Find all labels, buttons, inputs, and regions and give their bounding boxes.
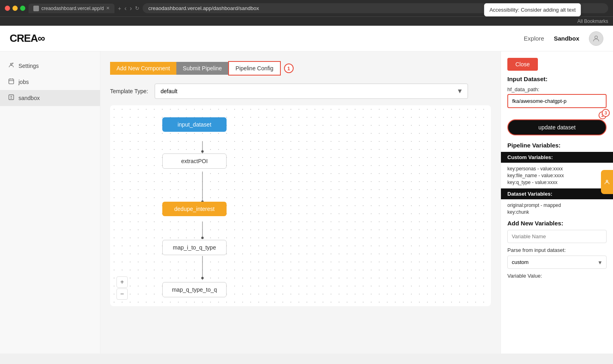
- bookmarks-bar: All Bookmarks: [0, 16, 613, 26]
- avatar[interactable]: [589, 31, 603, 46]
- pipeline-canvas[interactable]: input_dataset extractPOI dedupe_interest…: [110, 105, 491, 306]
- template-type-label: Template Type:: [110, 88, 148, 94]
- dataset-vars-header: Dataset Variables:: [501, 188, 613, 199]
- template-select-wrapper: default ▼: [155, 84, 468, 99]
- sandbox-icon: [8, 94, 14, 102]
- pipeline-vars-title: Pipeline Variables:: [507, 142, 607, 149]
- settings-icon: [8, 62, 14, 70]
- sidebar-item-jobs[interactable]: jobs: [0, 74, 100, 90]
- parse-select[interactable]: custom: [507, 256, 607, 269]
- submit-pipeline-button[interactable]: Submit Pipeline: [176, 62, 228, 75]
- close-button[interactable]: Close: [507, 58, 538, 71]
- add-component-button[interactable]: Add New Component: [110, 62, 176, 75]
- template-type-select[interactable]: default: [155, 84, 468, 99]
- node-map-i-to-q-type-label: map_i_to_q_type: [173, 244, 216, 251]
- sidebar-item-sandbox[interactable]: sandbox: [0, 90, 100, 106]
- hf-data-path-label: hf_data_path:: [507, 86, 607, 92]
- floating-action-button[interactable]: [601, 170, 613, 194]
- nav-links: Explore Sandbox: [524, 31, 603, 46]
- input-dataset-title: Input Dataset:: [507, 76, 607, 82]
- svg-point-8: [201, 150, 204, 153]
- tab-favicon: [33, 6, 39, 11]
- browser-tab[interactable]: creaodashboard.vercel.app/d ✕: [29, 4, 114, 13]
- dot-red[interactable]: [5, 6, 10, 11]
- nav-sandbox[interactable]: Sandbox: [554, 35, 579, 42]
- custom-var-1: key:personas - value:xxxx: [507, 166, 607, 172]
- content-area: Add New Component Submit Pipeline Pipeli…: [100, 51, 501, 354]
- template-row: Template Type: default ▼: [110, 84, 491, 99]
- dataset-var-1: original:prompt - mapped: [507, 202, 607, 208]
- svg-point-1: [10, 63, 12, 65]
- browser-dots: [5, 6, 25, 11]
- zoom-out-button[interactable]: −: [116, 288, 128, 300]
- right-panel: Close Input Dataset: hf_data_path: 2 upd…: [501, 51, 613, 354]
- node-extract-poi-label: extractPOI: [181, 158, 208, 164]
- sidebar-item-settings[interactable]: Settings: [0, 58, 100, 74]
- dataset-var-2: key:chunk: [507, 209, 607, 215]
- step-1-badge: 1: [284, 63, 294, 73]
- dot-yellow[interactable]: [12, 6, 18, 11]
- custom-var-2: key:file_name - value:xxxx: [507, 173, 607, 178]
- node-dedupe-interest-label: dedupe_interest: [174, 206, 215, 212]
- variable-name-input[interactable]: [507, 230, 607, 243]
- a11y-tooltip: Accessibility: Consider adding alt text: [484, 3, 581, 16]
- back-btn[interactable]: ‹: [125, 5, 127, 12]
- svg-point-0: [595, 36, 598, 39]
- dot-green[interactable]: [20, 6, 25, 11]
- canvas-controls: + −: [116, 276, 128, 300]
- hf-data-path-row: hf_data_path: 2: [507, 86, 607, 112]
- app-container: CREA∞ Explore Sandbox Settings: [0, 26, 613, 354]
- browser-chrome: creaodashboard.vercel.app/d ✕ + ‹ › ↻ cr…: [0, 0, 613, 16]
- svg-point-12: [606, 180, 608, 182]
- node-map-q-type-to-q[interactable]: map_q_type_to_q: [162, 282, 227, 297]
- main-layout: Settings jobs sandbox: [0, 51, 613, 354]
- bookmarks-label: All Bookmarks: [577, 18, 608, 24]
- custom-var-3: key:q_type - value:xxxx: [507, 180, 607, 185]
- reload-btn[interactable]: ↻: [135, 5, 139, 11]
- node-input-dataset-label: input_dataset: [178, 121, 211, 128]
- jobs-icon: [8, 78, 14, 86]
- sidebar-label-jobs: jobs: [18, 79, 29, 85]
- sidebar-label-sandbox: sandbox: [18, 95, 40, 101]
- node-map-q-type-to-q-label: map_q_type_to_q: [172, 286, 217, 293]
- sidebar: Settings jobs sandbox: [0, 51, 100, 354]
- node-extract-poi[interactable]: extractPOI: [162, 153, 227, 169]
- tab-close-icon[interactable]: ✕: [106, 6, 110, 11]
- top-nav: CREA∞ Explore Sandbox: [0, 26, 613, 51]
- app-logo: CREA∞: [10, 32, 45, 45]
- svg-point-11: [201, 277, 204, 279]
- pipeline-config-button[interactable]: Pipeline Config: [228, 61, 280, 76]
- hf-data-path-input[interactable]: [507, 94, 607, 108]
- nav-explore[interactable]: Explore: [524, 35, 544, 42]
- zoom-in-button[interactable]: +: [116, 276, 128, 288]
- update-dataset-row: update dataset 3: [507, 112, 607, 137]
- svg-point-2: [12, 63, 13, 63]
- update-dataset-button[interactable]: update dataset: [507, 119, 607, 135]
- step-3-badge: 3: [602, 109, 610, 117]
- toolbar: Add New Component Submit Pipeline Pipeli…: [110, 61, 491, 76]
- node-map-i-to-q-type[interactable]: map_i_to_q_type: [162, 240, 227, 255]
- parse-label: Parse from input dataset:: [507, 247, 607, 253]
- forward-btn[interactable]: ›: [130, 5, 132, 12]
- node-input-dataset[interactable]: input_dataset: [162, 117, 227, 132]
- custom-vars-header: Custom Variables:: [501, 152, 613, 163]
- variable-value-label: Variable Value:: [507, 273, 607, 279]
- add-new-vars-title: Add New Variables:: [507, 220, 607, 227]
- address-url: creaodashboard.vercel.app/dashboard/sand…: [148, 5, 259, 11]
- svg-point-10: [201, 237, 204, 239]
- parse-select-wrapper: custom ▼: [507, 256, 607, 269]
- svg-rect-3: [9, 79, 14, 84]
- svg-rect-4: [9, 95, 14, 100]
- tab-title: creaodashboard.vercel.app/d: [41, 6, 104, 11]
- sidebar-label-settings: Settings: [18, 63, 39, 69]
- new-tab-btn[interactable]: +: [118, 5, 121, 12]
- node-dedupe-interest[interactable]: dedupe_interest: [162, 202, 227, 216]
